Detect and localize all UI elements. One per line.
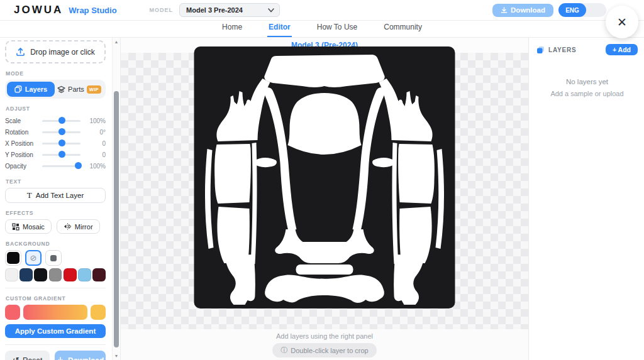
- text-icon: T: [27, 190, 32, 200]
- empty-title: No layers yet: [536, 78, 638, 85]
- image-dropzone[interactable]: Drop image or click: [5, 40, 106, 63]
- car-wrap-template: [194, 46, 455, 308]
- divider: [5, 288, 106, 288]
- download-icon: [57, 357, 64, 360]
- layers-empty-state: No layers yet Add a sample or upload: [536, 78, 638, 97]
- apply-gradient-button[interactable]: Apply Custom Gradient: [5, 324, 106, 338]
- slider-track[interactable]: [42, 131, 80, 133]
- stack-icon: [57, 85, 65, 94]
- download-button-sidebar[interactable]: Download: [55, 351, 106, 360]
- tools-sidebar: Drop image or click MODE Layers Parts WI…: [0, 38, 112, 360]
- gradient-end-swatch[interactable]: [91, 305, 106, 320]
- add-layer-button[interactable]: + Add: [606, 44, 638, 55]
- slider-label: Rotation: [5, 129, 38, 136]
- mosaic-button[interactable]: Mosaic: [5, 219, 52, 234]
- slider-track[interactable]: [42, 143, 80, 145]
- mirror-button[interactable]: Mirror: [57, 219, 100, 234]
- mode-section-label: MODE: [6, 70, 106, 77]
- slider-thumb[interactable]: [58, 117, 65, 124]
- editor-canvas-area: Model 3 (Pre-2024): [121, 38, 528, 360]
- scroll-up-arrow[interactable]: ▲: [113, 40, 120, 44]
- mode-segmented-control: Layers Parts WIP: [5, 80, 106, 99]
- palette-swatch[interactable]: [78, 268, 91, 281]
- slider-track[interactable]: [42, 154, 80, 156]
- dropzone-label: Drop image or click: [30, 48, 95, 57]
- slider-value: 0°: [84, 129, 106, 136]
- jowua-logo: JOWUA: [14, 4, 63, 16]
- model-label: MODEL: [150, 7, 174, 13]
- reset-button[interactable]: ↺ Reset: [5, 351, 50, 360]
- slider-value: 0: [84, 151, 106, 158]
- scrollbar-thumb[interactable]: [114, 91, 119, 347]
- layers-mode-icon: [14, 85, 22, 93]
- palette-swatch[interactable]: [19, 268, 33, 281]
- slider-thumb[interactable]: [58, 139, 65, 146]
- app-name: Wrap Studio: [69, 6, 116, 15]
- slider-label: X Position: [5, 140, 38, 147]
- background-gray-button[interactable]: [45, 250, 62, 266]
- mosaic-icon: [12, 223, 19, 231]
- reset-icon: ↺: [13, 356, 19, 360]
- slider-opacity: Opacity100%: [5, 160, 106, 172]
- top-bar: JOWUA Wrap Studio MODEL Model 3 Pre-2024…: [0, 0, 644, 21]
- gradient-row: [5, 305, 106, 320]
- slider-value: 0: [84, 140, 106, 147]
- canvas-hint: Add layers using the right panel: [276, 332, 373, 340]
- chevron-down-icon: [268, 8, 274, 13]
- background-black-button[interactable]: [5, 250, 21, 266]
- upload-icon: [16, 47, 25, 57]
- slider-track[interactable]: [42, 165, 80, 167]
- effects-section-label: EFFECTS: [6, 210, 106, 216]
- mode-parts-button[interactable]: Parts WIP: [55, 85, 104, 94]
- palette-swatch[interactable]: [34, 268, 47, 281]
- palette-swatch[interactable]: [5, 268, 18, 281]
- gray-square-icon: [50, 255, 57, 261]
- background-transparent-button[interactable]: ⊘: [25, 250, 42, 266]
- text-section-label: TEXT: [6, 178, 106, 185]
- sidebar-scrollbar[interactable]: ▲ ▼: [112, 38, 121, 360]
- palette-swatch[interactable]: [92, 268, 106, 281]
- model-select-value: Model 3 Pre-2024: [186, 6, 243, 14]
- slider-x-position: X Position0: [5, 138, 106, 149]
- tab-editor[interactable]: Editor: [267, 23, 292, 37]
- slider-thumb[interactable]: [58, 151, 65, 158]
- black-swatch: [7, 252, 19, 264]
- slider-label: Y Position: [5, 151, 38, 158]
- slider-value: 100%: [84, 117, 106, 124]
- tab-home[interactable]: Home: [221, 23, 243, 37]
- canvas-footer: Add layers using the right panel ⓘ Doubl…: [121, 329, 528, 360]
- close-icon: ✕: [617, 15, 627, 30]
- language-toggle[interactable]: ENG: [558, 3, 606, 17]
- tab-community[interactable]: Community: [382, 23, 423, 37]
- download-button-top[interactable]: Download: [492, 4, 553, 17]
- gradient-section-label: CUSTOM GRADIENT: [6, 295, 106, 302]
- main-area: Drop image or click MODE Layers Parts WI…: [0, 38, 644, 360]
- crop-hint-pill: ⓘ Double-click layer to crop: [272, 343, 377, 357]
- gradient-start-swatch[interactable]: [5, 305, 20, 320]
- background-section-label: BACKGROUND: [6, 241, 106, 247]
- layers-panel: LAYERS + Add No layers yet Add a sample …: [528, 38, 644, 360]
- effects-row: Mosaic Mirror: [5, 219, 106, 234]
- scroll-down-arrow[interactable]: ▼: [113, 354, 120, 358]
- language-selected[interactable]: ENG: [558, 3, 586, 17]
- divider: [5, 344, 106, 345]
- slider-rotation: Rotation0°: [5, 126, 106, 138]
- mode-layers-button[interactable]: Layers: [7, 82, 55, 97]
- palette-swatch[interactable]: [64, 268, 77, 281]
- download-icon: [501, 7, 508, 14]
- slider-thumb[interactable]: [58, 128, 65, 135]
- gradient-preview-bar[interactable]: [23, 305, 87, 320]
- slider-scale: Scale100%: [5, 115, 106, 126]
- no-background-icon: ⊘: [30, 254, 37, 262]
- wrap-template-canvas[interactable]: [194, 46, 455, 308]
- slider-thumb[interactable]: [75, 162, 82, 169]
- adjust-sliders: Scale100%Rotation0°X Position0Y Position…: [5, 115, 106, 172]
- close-button[interactable]: ✕: [606, 6, 638, 38]
- tab-how-to-use[interactable]: How To Use: [316, 23, 358, 37]
- model-select[interactable]: Model 3 Pre-2024: [179, 3, 280, 17]
- mirror-icon: [64, 223, 72, 230]
- palette-swatch[interactable]: [49, 268, 62, 281]
- slider-track[interactable]: [42, 120, 80, 122]
- add-text-layer-button[interactable]: T Add Text Layer: [5, 188, 106, 203]
- layers-panel-header: LAYERS + Add: [536, 44, 638, 55]
